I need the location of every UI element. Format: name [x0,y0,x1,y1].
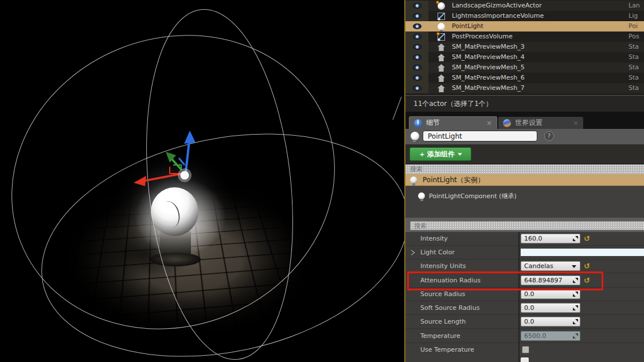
gizmo-x-axis-arrow[interactable] [143,174,182,181]
tab-details[interactable]: 细节 × [409,116,497,129]
next-property-checkbox-partial[interactable] [521,357,529,362]
reset-to-default-icon[interactable]: ↺ [584,262,592,271]
source-length-spinbox[interactable]: 0.0 [521,317,580,326]
details-search-input[interactable]: 搜索 [410,221,644,230]
outliner-row[interactable]: SM_MatPreviewMesh_3 Sta [405,42,644,52]
details-search-band: 搜索 [405,218,644,232]
static-mesh-icon [438,64,445,72]
bulb-highlight [182,172,185,175]
modified-badge-icon [436,52,439,56]
wireframe-stray-arc [393,97,401,120]
property-row-intensity-units: Intensity Units Candelas ↺ [405,259,644,273]
attenuation-sphere-wireframe-2 [0,0,379,362]
level-viewport[interactable] [0,0,404,362]
static-mesh-icon [438,54,445,61]
gizmo-z-plane-handle-blue[interactable] [179,158,185,165]
visibility-eye-icon[interactable] [413,44,421,50]
visibility-eye-icon[interactable] [413,65,421,70]
use-temperature-checkbox[interactable] [522,346,529,353]
gizmo-z-axis-arrow[interactable] [186,141,189,172]
gizmo-z-axis-arrowhead[interactable] [184,131,196,144]
outliner-row[interactable]: SM_MatPreviewMesh_6 Sta [405,73,644,83]
actor-name-field[interactable] [423,131,537,141]
point-light-icon [410,176,417,184]
outliner-status-bar: 11个actor（选择了1个） [405,95,644,112]
property-row-light-color: Light Color [405,246,644,259]
point-light-icon [411,132,419,140]
right-dock-panel: LandscapeGizmoActiveActor Lan LightmassI… [405,0,644,362]
visibility-eye-icon[interactable] [413,3,421,9]
outliner-row[interactable]: SM_MatPreviewMesh_4 Sta [405,52,644,62]
spinbox-drag-icon[interactable] [573,236,578,241]
details-header: ? [405,129,644,144]
spinbox-drag-icon [573,333,578,339]
point-light-bulb-sprite[interactable] [181,171,189,180]
intensity-spinbox[interactable]: 160.0 [521,234,580,243]
reset-to-default-icon[interactable]: ↺ [584,234,592,243]
static-mesh-icon [438,74,445,82]
component-instance-row-selected[interactable]: PointLight（实例） [405,174,644,186]
light-color-swatch[interactable] [521,249,644,256]
point-light-icon [438,23,445,30]
outliner-row[interactable]: LightmassImportanceVolume Lig [405,11,644,21]
property-row-source-radius: Source Radius 0.0 [405,288,644,301]
world-outliner: LandscapeGizmoActiveActor Lan LightmassI… [405,0,644,95]
component-tree: PointLightComponent (继承) [405,186,644,218]
volume-icon [438,33,445,41]
property-row-attenuation-radius: Attenuation Radius 648.894897 ↺ [405,274,644,288]
gizmo-x-axis-arrowhead[interactable] [134,176,146,186]
outliner-row[interactable]: LandscapeGizmoActiveActor Lan [405,1,644,11]
component-search-input[interactable]: 搜索 [405,164,644,174]
tab-world-settings[interactable]: 世界设置 × [498,117,583,129]
translate-gizmo[interactable] [134,131,196,186]
spinbox-drag-icon[interactable] [573,292,578,297]
property-grid: Intensity 160.0 ↺ Light Color Intensity … [405,232,644,362]
expand-arrow-icon[interactable] [411,250,415,255]
chevron-down-icon [572,265,576,268]
close-tab-icon[interactable]: × [486,119,492,127]
property-row-intensity: Intensity 160.0 ↺ [405,232,644,246]
point-light-component-icon [418,192,425,199]
source-radius-spinbox[interactable]: 0.0 [521,289,580,299]
temperature-spinbox-disabled: 6500.0 [521,331,580,341]
visibility-eye-icon[interactable] [413,13,421,19]
property-row-source-length: Source Length 0.0 [405,315,644,329]
add-component-row: ＋添加组件 [405,144,644,164]
dock-tab-strip: 细节 × 世界设置 × [405,112,644,129]
spinbox-drag-icon[interactable] [573,319,578,324]
attenuation-radius-spinbox[interactable]: 648.894897 [521,276,580,285]
visibility-eye-icon[interactable] [413,34,421,40]
inherited-component-row[interactable]: PointLightComponent (继承) [418,191,517,200]
globe-icon [503,119,511,127]
visibility-eye-icon[interactable] [413,85,421,91]
close-tab-icon[interactable]: × [573,119,579,127]
viewport-overlay [0,0,404,362]
modified-badge-icon [436,1,439,4]
modified-badge-icon [436,62,439,66]
visibility-eye-icon[interactable] [413,54,421,60]
modified-badge-icon [436,32,440,36]
outliner-row[interactable]: PostProcessVolume Pos [405,32,644,42]
attenuation-sphere-wireframe-3 [21,103,404,362]
property-row-use-temperature: Use Temperature [405,343,644,357]
static-mesh-icon [438,85,445,92]
sphere-actor-icon [438,2,445,10]
visibility-eye-icon[interactable] [413,23,421,29]
volume-icon [438,13,445,20]
intensity-units-dropdown[interactable]: Candelas [521,261,580,271]
reset-to-default-icon[interactable]: ↺ [584,276,592,285]
soft-source-radius-spinbox[interactable]: 0.0 [521,303,580,313]
spinbox-drag-icon[interactable] [573,278,578,283]
spinbox-drag-icon[interactable] [573,305,578,310]
outliner-row[interactable]: SM_MatPreviewMesh_5 Sta [405,62,644,73]
visibility-eye-icon[interactable] [413,75,421,81]
outliner-row-selected[interactable]: PointLight Poi [405,21,644,32]
static-mesh-icon [438,44,445,51]
attenuation-sphere-wireframe-1 [131,2,309,362]
property-row-temperature: Temperature 6500.0 [405,329,644,343]
unreal-editor-window: LandscapeGizmoActiveActor Lan LightmassI… [0,0,644,362]
help-icon[interactable]: ? [544,131,554,141]
outliner-row[interactable]: SM_MatPreviewMesh_7 Sta [405,83,644,93]
details-icon [414,119,422,127]
add-component-button[interactable]: ＋添加组件 [409,147,471,161]
